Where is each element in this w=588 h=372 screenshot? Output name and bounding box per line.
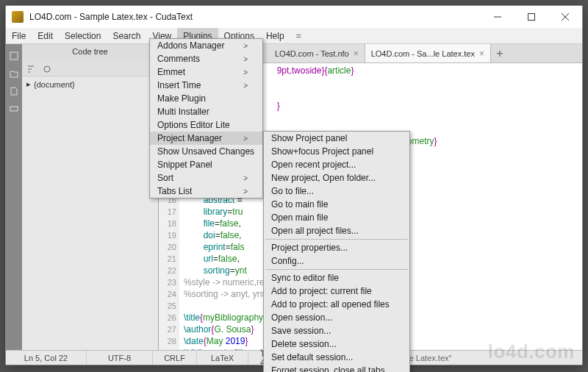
submenu-item[interactable]: Set default session... <box>264 351 409 364</box>
submenu-item[interactable]: Save session... <box>264 324 409 337</box>
project-icon[interactable] <box>10 68 18 76</box>
snippet-icon[interactable] <box>10 85 18 94</box>
close-icon[interactable]: × <box>354 49 359 59</box>
submenu-item[interactable]: Delete session... <box>264 337 409 351</box>
submenu-item[interactable]: New project, Open folder... <box>264 171 409 185</box>
maximize-button[interactable] <box>514 6 548 28</box>
expand-icon[interactable]: ▸ <box>26 79 31 89</box>
submenu-item[interactable]: Add to project: all opened files <box>264 298 409 311</box>
sort-icon[interactable] <box>26 63 35 72</box>
submenu-item[interactable]: Show+focus Project panel <box>264 145 409 158</box>
side-panel: Code tree ▸ {document} <box>22 44 159 350</box>
plugins-item[interactable]: Multi Installer <box>150 105 262 118</box>
plugins-item[interactable]: Addons Manager> <box>150 39 262 52</box>
plugins-item[interactable]: Show Unsaved Changes <box>150 145 262 158</box>
svg-rect-5 <box>10 107 18 111</box>
plugins-item[interactable]: Emmet> <box>150 65 262 79</box>
tab-label: LO4D.com - Sa...le Latex.tex <box>371 49 475 58</box>
window-title: LO4D.com - Sample Latex.tex - CudaText <box>29 12 481 22</box>
left-sidebar <box>6 44 22 350</box>
submenu-item[interactable]: Add to project: current file <box>264 285 409 298</box>
plugins-item[interactable]: Make Plugin <box>150 92 262 105</box>
status-language[interactable]: LaTeX <box>197 351 248 365</box>
tab-test-nfo[interactable]: LO4D.com - Test.nfo × <box>269 44 365 62</box>
menu-edit[interactable]: Edit <box>32 28 59 43</box>
tabs-icon[interactable] <box>10 103 18 112</box>
app-icon <box>12 11 24 23</box>
menu-file[interactable]: File <box>6 28 32 43</box>
menu-search[interactable]: Search <box>107 28 146 43</box>
plugins-item[interactable]: Comments> <box>150 52 262 65</box>
submenu-item[interactable]: Go to main file <box>264 198 409 211</box>
submenu-item[interactable]: Forget session, close all tabs <box>264 364 409 372</box>
close-button[interactable] <box>548 6 582 28</box>
plugins-dropdown: Addons Manager>Comments>Emmet>Insert Tim… <box>149 38 263 198</box>
submenu-item[interactable]: Project properties... <box>264 241 409 254</box>
menu-more-icon[interactable]: = <box>290 28 307 43</box>
project-manager-submenu: Show Project panelShow+focus Project pan… <box>263 131 410 372</box>
sidepanel-title: Code tree <box>22 44 158 59</box>
plugins-item[interactable]: Snippet Panel <box>150 158 262 171</box>
menu-selection[interactable]: Selection <box>59 28 107 43</box>
submenu-item[interactable]: Show Project panel <box>264 132 409 145</box>
plugins-item[interactable]: Insert Time> <box>150 79 262 92</box>
submenu-item[interactable]: Go to file... <box>264 185 409 198</box>
submenu-item[interactable]: Sync to editor file <box>264 271 409 285</box>
submenu-item[interactable]: Open recent project... <box>264 158 409 171</box>
plugins-item[interactable]: Tabs List> <box>150 185 262 198</box>
svg-rect-1 <box>528 14 535 21</box>
tree-icon[interactable] <box>10 50 18 59</box>
watermark: lo4d.com <box>488 340 575 363</box>
status-position[interactable]: Ln 5, Col 22 <box>6 351 87 365</box>
sidepanel-toolbar <box>22 59 158 76</box>
plugins-item[interactable]: Project Manager> <box>150 132 262 145</box>
status-eol[interactable]: CRLF <box>153 351 197 365</box>
svg-point-6 <box>44 66 50 72</box>
tab-label: LO4D.com - Test.nfo <box>275 49 349 58</box>
filter-icon[interactable] <box>43 63 51 72</box>
plugins-item[interactable]: Sort> <box>150 171 262 185</box>
tree-item-label: {document} <box>34 80 75 89</box>
submenu-item[interactable]: Config... <box>264 254 409 268</box>
submenu-item[interactable]: Open all project files... <box>264 224 409 237</box>
new-tab-button[interactable]: + <box>491 44 509 62</box>
plugins-item[interactable]: Options Editor Lite <box>150 118 262 132</box>
submenu-item[interactable]: Open session... <box>264 311 409 324</box>
menubar: File Edit Selection Search View Plugins … <box>6 28 582 44</box>
svg-rect-4 <box>10 52 18 60</box>
menu-help[interactable]: Help <box>260 28 290 43</box>
tab-sample-latex[interactable]: LO4D.com - Sa...le Latex.tex × <box>365 44 491 62</box>
minimize-button[interactable] <box>481 6 514 28</box>
tree-root-item[interactable]: ▸ {document} <box>26 79 154 89</box>
submenu-item[interactable]: Open main file <box>264 211 409 224</box>
close-icon[interactable]: × <box>479 49 484 59</box>
status-encoding[interactable]: UTF-8 <box>87 351 153 365</box>
code-tree: ▸ {document} <box>22 76 158 350</box>
titlebar: LO4D.com - Sample Latex.tex - CudaText <box>6 6 582 28</box>
